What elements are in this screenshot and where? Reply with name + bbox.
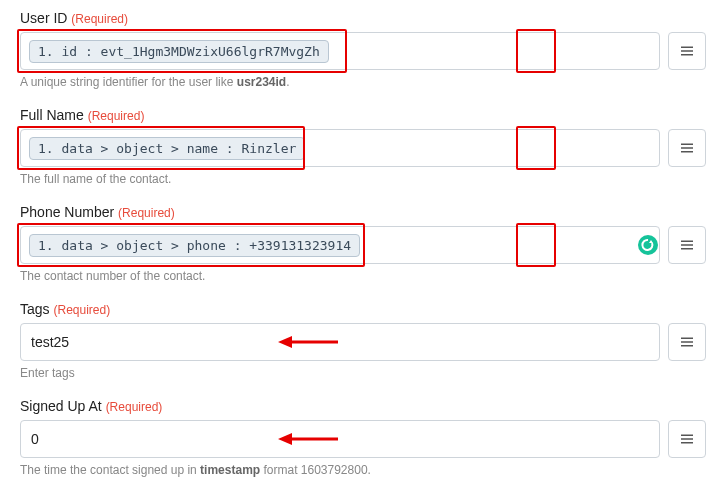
phone-menu-button[interactable] (668, 226, 706, 264)
user-id-input[interactable]: 1. id : evt_1Hgm3MDWzixU66lgrR7MvgZh (20, 32, 660, 70)
tags-required: (Required) (53, 303, 110, 317)
grammarly-icon[interactable] (638, 235, 658, 255)
user-id-pill[interactable]: 1. id : evt_1Hgm3MDWzixU66lgrR7MvgZh (29, 40, 329, 63)
full-name-pill[interactable]: 1. data > object > name : Rinzler (29, 137, 305, 160)
phone-helper: The contact number of the contact. (20, 269, 706, 283)
full-name-required: (Required) (88, 109, 145, 123)
tags-input[interactable]: test25 (20, 323, 660, 361)
hamburger-icon (678, 139, 696, 157)
signed-up-helper: The time the contact signed up in timest… (20, 463, 706, 477)
full-name-input[interactable]: 1. data > object > name : Rinzler (20, 129, 660, 167)
phone-required: (Required) (118, 206, 175, 220)
tags-helper: Enter tags (20, 366, 706, 380)
svg-point-9 (638, 235, 658, 255)
full-name-label: Full Name (20, 107, 84, 123)
phone-input[interactable]: 1. data > object > phone : +339131323914 (20, 226, 660, 264)
signed-up-required: (Required) (106, 400, 163, 414)
hamburger-icon (678, 42, 696, 60)
hamburger-icon (678, 430, 696, 448)
signed-up-menu-button[interactable] (668, 420, 706, 458)
full-name-helper: The full name of the contact. (20, 172, 706, 186)
phone-label: Phone Number (20, 204, 114, 220)
full-name-menu-button[interactable] (668, 129, 706, 167)
tags-value: test25 (31, 334, 69, 350)
signed-up-input[interactable]: 0 (20, 420, 660, 458)
signed-up-value: 0 (31, 431, 39, 447)
user-id-required: (Required) (71, 12, 128, 26)
user-id-label: User ID (20, 10, 67, 26)
phone-pill[interactable]: 1. data > object > phone : +339131323914 (29, 234, 360, 257)
tags-label: Tags (20, 301, 50, 317)
hamburger-icon (678, 333, 696, 351)
user-id-menu-button[interactable] (668, 32, 706, 70)
tags-menu-button[interactable] (668, 323, 706, 361)
user-id-helper: A unique string identifier for the user … (20, 75, 706, 89)
hamburger-icon (678, 236, 696, 254)
signed-up-label: Signed Up At (20, 398, 102, 414)
